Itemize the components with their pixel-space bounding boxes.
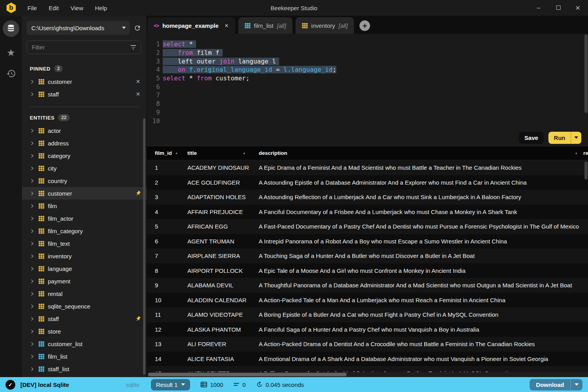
menu-file[interactable]: File bbox=[27, 5, 37, 11]
entity-item-inventory[interactable]: inventory bbox=[22, 250, 147, 262]
table-row[interactable]: 13ALI FOREVERA Action-Packed Drama of a … bbox=[147, 337, 588, 352]
status-connection-section[interactable]: ✓ [DEV] local Sqlite sqlite bbox=[0, 380, 147, 390]
column-header-title[interactable]: title ▲ bbox=[180, 150, 251, 156]
table-row[interactable]: 1ACADEMY DINOSAURA Epic Drama of a Femin… bbox=[147, 160, 588, 175]
entity-item-customer_list[interactable]: customer_list bbox=[22, 338, 147, 350]
chevron-right-icon[interactable] bbox=[30, 254, 35, 259]
chevron-right-icon[interactable] bbox=[30, 153, 35, 158]
table-vertical-scrollbar[interactable] bbox=[584, 162, 588, 180]
chevron-right-icon[interactable] bbox=[30, 178, 35, 183]
chevron-right-icon[interactable] bbox=[30, 216, 35, 221]
maximize-button[interactable] bbox=[554, 4, 562, 11]
history-button[interactable] bbox=[6, 69, 16, 80]
entity-item-address[interactable]: address bbox=[22, 137, 147, 149]
pin-icon[interactable] bbox=[135, 191, 141, 196]
entity-item-staff_list[interactable]: staff_list bbox=[22, 363, 147, 375]
filter-input[interactable] bbox=[32, 44, 131, 51]
run-options-button[interactable] bbox=[571, 132, 581, 144]
chevron-right-icon[interactable] bbox=[30, 304, 35, 309]
chevron-right-icon[interactable] bbox=[30, 329, 35, 334]
entity-item-film[interactable]: film bbox=[22, 200, 147, 212]
database-tab-button[interactable] bbox=[3, 20, 19, 37]
chevron-right-icon[interactable] bbox=[30, 241, 35, 246]
run-button-label[interactable]: Run bbox=[548, 132, 571, 144]
chevron-right-icon[interactable] bbox=[30, 79, 35, 84]
chevron-right-icon[interactable] bbox=[30, 354, 35, 359]
table-row[interactable]: 12ALASKA PHANTOMA Fanciful Saga of a Hun… bbox=[147, 322, 588, 337]
chevron-right-icon[interactable] bbox=[30, 141, 35, 146]
unpin-icon[interactable]: ✕ bbox=[135, 78, 141, 85]
entity-item-store[interactable]: store bbox=[22, 325, 147, 338]
pin-icon[interactable] bbox=[135, 316, 141, 322]
sort-asc-icon[interactable]: ▲ bbox=[175, 151, 178, 155]
table-row[interactable]: 5AFRICAN EGGA Fast-Paced Documentary of … bbox=[147, 219, 588, 234]
run-button[interactable]: Run bbox=[548, 132, 581, 144]
sql-editor[interactable]: 1select *2 from film f3 left outer join … bbox=[147, 34, 588, 129]
chevron-right-icon[interactable] bbox=[30, 203, 35, 209]
menu-help[interactable]: Help bbox=[95, 5, 107, 11]
sidebar-scrollbar[interactable] bbox=[143, 118, 145, 375]
favorites-button[interactable]: ★ bbox=[7, 48, 15, 58]
chevron-right-icon[interactable] bbox=[30, 291, 35, 296]
close-button[interactable]: ✕ bbox=[574, 4, 582, 12]
table-row[interactable]: 3ADAPTATION HOLESA Astounding Reflection… bbox=[147, 190, 588, 205]
table-row[interactable]: 14ALICE FANTASIAA Emotional Drama of a A… bbox=[147, 352, 588, 367]
refresh-button[interactable] bbox=[134, 24, 141, 32]
download-options-button[interactable] bbox=[571, 379, 583, 390]
entity-item-payment[interactable]: payment bbox=[22, 275, 147, 287]
connection-selector[interactable]: C:\Users\ghstng\Downloads bbox=[27, 21, 130, 35]
tab-inventory[interactable]: inventory[all] bbox=[296, 17, 354, 34]
entity-item-country[interactable]: country bbox=[22, 174, 147, 187]
tab-homepage_example[interactable]: <>homepage_example✕ bbox=[147, 17, 235, 34]
result-selector[interactable]: Result 1 bbox=[151, 379, 190, 390]
editor-scrollbar[interactable] bbox=[584, 34, 588, 113]
entity-item-city[interactable]: city bbox=[22, 162, 147, 174]
table-row[interactable]: 7AIRPLANE SIERRAA Touching Saga of a Hun… bbox=[147, 249, 588, 263]
entity-item-film_text[interactable]: film_text bbox=[22, 237, 147, 250]
pinned-item-staff[interactable]: staff✕ bbox=[22, 88, 147, 100]
entity-item-staff[interactable]: staff bbox=[22, 312, 147, 325]
save-button[interactable]: Save bbox=[519, 132, 544, 144]
entity-item-sales_by_store[interactable]: sales_by_store bbox=[22, 375, 147, 377]
table-row[interactable]: 2ACE GOLDFINGERA Astounding Epistle of a… bbox=[147, 175, 588, 190]
chevron-right-icon[interactable] bbox=[30, 92, 35, 97]
sort-asc-icon[interactable]: ▲ bbox=[575, 151, 578, 155]
download-button-label[interactable]: Download bbox=[530, 379, 570, 390]
chevron-right-icon[interactable] bbox=[30, 191, 35, 196]
entity-item-rental[interactable]: rental bbox=[22, 287, 147, 300]
table-row[interactable]: 9ALABAMA DEVILA Thoughtful Panorama of a… bbox=[147, 278, 588, 293]
table-horizontal-scrollbar[interactable] bbox=[147, 372, 588, 377]
chevron-right-icon[interactable] bbox=[30, 128, 35, 133]
table-row[interactable]: 4AFFAIR PREJUDICEA Fanciful Documentary … bbox=[147, 205, 588, 220]
entity-item-category[interactable]: category bbox=[22, 149, 147, 162]
pinned-item-customer[interactable]: customer✕ bbox=[22, 75, 147, 88]
download-button[interactable]: Download bbox=[530, 379, 583, 390]
table-row[interactable]: 8AIRPORT POLLOCKA Epic Tale of a Moose A… bbox=[147, 263, 588, 278]
unpin-icon[interactable]: ✕ bbox=[135, 91, 141, 97]
chevron-right-icon[interactable] bbox=[30, 341, 35, 347]
entity-item-customer[interactable]: customer bbox=[22, 187, 147, 200]
table-row[interactable]: 6AGENT TRUMANA Intrepid Panorama of a Ro… bbox=[147, 234, 588, 249]
table-row[interactable]: 10ALADDIN CALENDARA Action-Packed Tale o… bbox=[147, 293, 588, 308]
tab-film_list[interactable]: film_list[all] bbox=[238, 17, 292, 34]
minimize-button[interactable]: – bbox=[535, 4, 543, 11]
sort-asc-icon[interactable]: ▲ bbox=[243, 151, 246, 155]
entity-item-language[interactable]: language bbox=[22, 262, 147, 275]
column-header-clipped[interactable]: re bbox=[583, 150, 588, 156]
chevron-right-icon[interactable] bbox=[30, 166, 35, 171]
chevron-right-icon[interactable] bbox=[30, 279, 35, 284]
column-header-description[interactable]: description ▲ bbox=[251, 150, 583, 156]
menu-view[interactable]: View bbox=[71, 5, 83, 11]
entity-item-actor[interactable]: actor bbox=[22, 124, 147, 137]
menu-edit[interactable]: Edit bbox=[49, 5, 59, 11]
entity-item-film_list[interactable]: film_list bbox=[22, 350, 147, 363]
close-tab-icon[interactable]: ✕ bbox=[225, 23, 229, 29]
chevron-right-icon[interactable] bbox=[30, 367, 35, 372]
column-header-film-id[interactable]: film_id ▲ bbox=[147, 150, 180, 156]
new-tab-button[interactable]: + bbox=[359, 20, 370, 31]
entity-item-film_actor[interactable]: film_actor bbox=[22, 212, 147, 225]
chevron-right-icon[interactable] bbox=[30, 316, 35, 321]
scrollbar-thumb[interactable] bbox=[148, 373, 347, 376]
entity-item-sqlite_sequence[interactable]: sqlite_sequence bbox=[22, 300, 147, 312]
chevron-right-icon[interactable] bbox=[30, 229, 35, 234]
